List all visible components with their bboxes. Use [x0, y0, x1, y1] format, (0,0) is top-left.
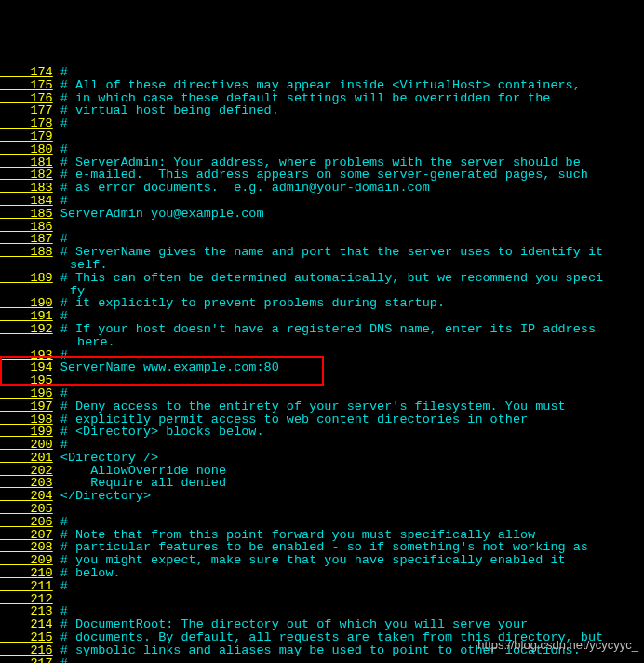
code-line: 185 ServerAdmin you@example.com	[0, 208, 644, 221]
code-line: 206 #	[0, 516, 644, 529]
line-text: # Deny access to the entirety of your se…	[53, 399, 566, 413]
code-line: 194 ServerName www.example.com:80	[0, 361, 644, 374]
line-number: 200	[0, 438, 53, 452]
line-number: 183	[0, 181, 53, 195]
code-line: 201 <Directory />	[0, 452, 644, 465]
line-text: <Directory />	[53, 451, 158, 465]
line-text: Require all denied	[53, 476, 226, 490]
code-line: 182 # e-mailed. This address appears on …	[0, 169, 644, 182]
line-number: 215	[0, 630, 53, 644]
line-number: 175	[0, 78, 53, 92]
line-text: #	[53, 656, 68, 663]
line-number: 214	[0, 617, 53, 631]
line-number: 191	[0, 309, 53, 323]
line-text	[53, 373, 60, 387]
line-text: # This can often be determined automatic…	[53, 271, 603, 285]
code-line: 184 #	[0, 195, 644, 208]
line-number: 211	[0, 579, 53, 593]
code-line: 176 # in which case these default settin…	[0, 92, 644, 105]
line-text: # below.	[53, 566, 121, 580]
line-number: 202	[0, 464, 53, 478]
line-text: # DocumentRoot: The directory out of whi…	[53, 617, 528, 631]
line-number: 181	[0, 156, 53, 169]
line-number: 187	[0, 232, 53, 246]
line-number: 213	[0, 604, 53, 618]
line-text: #	[53, 579, 68, 593]
code-line: 183 # as error documents. e.g. admin@you…	[0, 182, 644, 195]
terminal-output[interactable]: 174 # 175 # All of these directives may …	[0, 64, 644, 663]
code-line: 213 #	[0, 605, 644, 618]
line-number: 180	[0, 142, 53, 156]
code-line: 186	[0, 221, 644, 234]
line-text: # ServerAdmin: Your address, where probl…	[53, 156, 581, 169]
code-line: 200 #	[0, 439, 644, 452]
line-number: 195	[0, 373, 53, 387]
line-text: # All of these directives may appear ins…	[53, 78, 581, 92]
code-line: 187 #	[0, 233, 644, 246]
line-number: 194	[0, 360, 53, 374]
line-text: #	[53, 194, 68, 208]
code-line: 205	[0, 503, 644, 516]
code-line-continuation: fy	[0, 285, 644, 298]
code-line: 210 # below.	[0, 567, 644, 580]
line-text: #	[53, 309, 68, 323]
code-line: 193 #	[0, 349, 644, 362]
code-line: 197 # Deny access to the entirety of you…	[0, 400, 644, 413]
line-text: #	[53, 65, 68, 79]
line-text: #	[53, 438, 68, 452]
line-number: 179	[0, 129, 53, 143]
line-number: 209	[0, 553, 53, 567]
line-number: 178	[0, 116, 53, 130]
code-line: 208 # particular features to be enabled …	[0, 541, 644, 554]
line-number: 199	[0, 425, 53, 439]
line-text: ServerAdmin you@example.com	[53, 207, 264, 221]
line-text: # Note that from this point forward you …	[53, 528, 535, 542]
code-line: 202 AllowOverride none	[0, 465, 644, 478]
code-line: 181 # ServerAdmin: Your address, where p…	[0, 156, 644, 169]
line-text: # If your host doesn't have a registered…	[53, 322, 596, 336]
line-text: ServerName www.example.com:80	[53, 360, 279, 374]
line-number: 206	[0, 515, 53, 529]
line-text	[53, 592, 60, 606]
code-line: 214 # DocumentRoot: The directory out of…	[0, 618, 644, 631]
line-number: 189	[0, 271, 53, 285]
line-number: 203	[0, 476, 53, 490]
line-number: 186	[0, 220, 53, 234]
line-number: 197	[0, 399, 53, 413]
line-number: 216	[0, 643, 53, 657]
line-text: # you might expect, make sure that you h…	[53, 553, 566, 567]
line-text: </Directory>	[53, 489, 151, 503]
line-number: 198	[0, 413, 53, 426]
code-line: 178 #	[0, 117, 644, 130]
code-line: 203 Require all denied	[0, 477, 644, 490]
line-text: #	[53, 604, 68, 618]
line-text: # in which case these default settings w…	[53, 91, 551, 105]
code-line: 188 # ServerName gives the name and port…	[0, 246, 644, 259]
line-text: #	[53, 386, 68, 400]
line-number: 192	[0, 322, 53, 336]
code-line: 211 #	[0, 580, 644, 593]
line-number: 176	[0, 91, 53, 105]
line-text: # explicitly permit access to web conten…	[53, 413, 528, 426]
code-line: 180 #	[0, 143, 644, 156]
line-number: 208	[0, 540, 53, 554]
line-text: AllowOverride none	[53, 464, 226, 478]
line-number: 182	[0, 168, 53, 182]
line-number: 177	[0, 103, 53, 117]
line-text: # ServerName gives the name and port tha…	[53, 245, 603, 259]
code-line: 191 #	[0, 310, 644, 323]
code-line: 209 # you might expect, make sure that y…	[0, 554, 644, 567]
code-line: 217 #	[0, 657, 644, 663]
line-number: 201	[0, 451, 53, 465]
line-number: 188	[0, 245, 53, 259]
code-line: 196 #	[0, 387, 644, 400]
line-text: # particular features to be enabled - so…	[53, 540, 588, 554]
line-number: 185	[0, 207, 53, 221]
code-line: 192 # If your host doesn't have a regist…	[0, 323, 644, 336]
code-line-continuation: self.	[0, 259, 644, 272]
line-text: # it explicitly to prevent problems duri…	[53, 296, 445, 310]
code-line-continuation: here.	[0, 336, 644, 349]
line-number: 212	[0, 592, 53, 606]
line-number: 190	[0, 296, 53, 310]
line-number: 193	[0, 348, 53, 362]
